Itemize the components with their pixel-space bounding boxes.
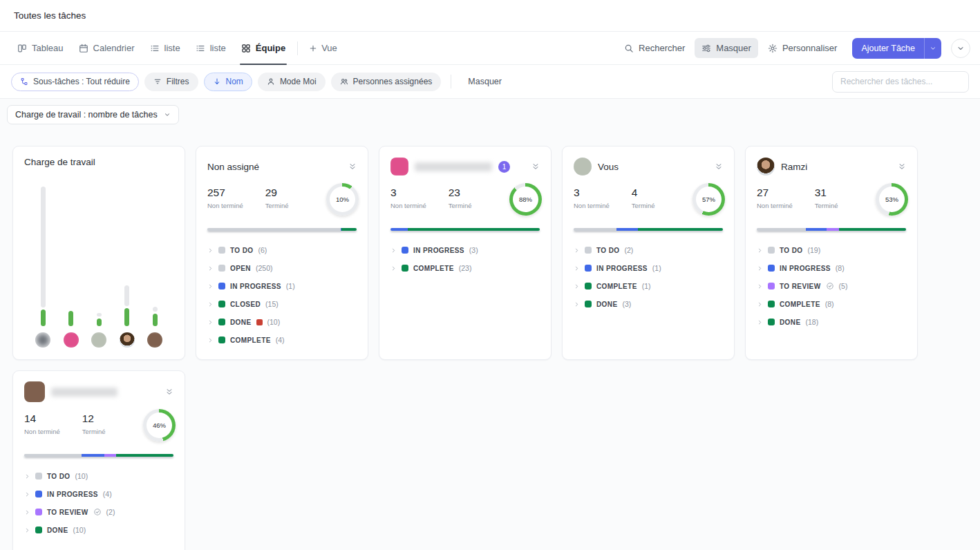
filter-pill-sous-taches-tout-reduire[interactable]: Sous-tâches : Tout réduire: [11, 73, 139, 91]
filter-pill-label: Mode Moi: [280, 77, 317, 86]
member-name-blurred: [415, 162, 492, 171]
view-tabs: TableauCalendrierlistelisteÉquipe: [10, 32, 293, 64]
progress-segment-purple: [827, 228, 840, 231]
status-row-done[interactable]: DONE(3): [574, 295, 723, 313]
tab-liste-2[interactable]: liste: [142, 32, 188, 64]
status-row-to-do[interactable]: TO DO(6): [207, 241, 357, 259]
workload-column-2[interactable]: [64, 311, 79, 348]
collapse-card-button[interactable]: [348, 162, 357, 171]
collapse-card-button[interactable]: [715, 162, 723, 171]
customize-button[interactable]: Personnaliser: [761, 38, 845, 58]
hide-closed-button[interactable]: Masquer: [461, 73, 509, 91]
tab-calendrier-1[interactable]: Calendrier: [71, 32, 142, 64]
status-label: COMPLETE: [413, 265, 454, 272]
search-button[interactable]: Rechercher: [617, 38, 692, 58]
status-count: (18): [806, 318, 819, 326]
status-color-swatch: [768, 265, 775, 272]
status-row-to-do[interactable]: TO DO(10): [24, 467, 173, 485]
stat-label: Non terminé: [574, 202, 610, 209]
status-color-swatch: [218, 247, 225, 254]
status-list: TO DO(2)IN PROGRESS(1)COMPLETE(1)DONE(3): [574, 241, 723, 313]
status-row-done[interactable]: DONE(10): [24, 521, 173, 539]
status-row-closed[interactable]: CLOSED(15): [207, 295, 357, 313]
progress-donut: 57%: [692, 183, 725, 216]
collapse-card-button[interactable]: [898, 162, 906, 171]
collapse-card-button[interactable]: [165, 388, 173, 396]
stat-done: 23Terminé: [449, 187, 472, 218]
member-name: Vous: [598, 162, 619, 172]
status-row-in-progress[interactable]: IN PROGRESS(1): [207, 277, 357, 295]
hide-toolbar-button[interactable]: Masquer: [695, 38, 758, 58]
progress-segment-green: [341, 228, 357, 231]
filter-pill-personnes-assignees[interactable]: Personnes assignées: [331, 73, 442, 91]
task-search-input[interactable]: [832, 71, 969, 93]
tasks-bar: [124, 308, 129, 326]
status-label: DONE: [780, 319, 801, 326]
status-row-in-progress[interactable]: IN PROGRESS(4): [24, 485, 173, 503]
status-row-complete[interactable]: COMPLETE(8): [757, 295, 906, 313]
status-row-to-review[interactable]: TO REVIEW(5): [757, 277, 906, 295]
filter-pill-mode-moi[interactable]: Mode Moi: [258, 73, 326, 91]
status-row-complete[interactable]: COMPLETE(4): [207, 331, 357, 349]
status-count: (4): [103, 490, 112, 498]
filterbar-divider: [451, 75, 451, 88]
status-row-complete[interactable]: COMPLETE(23): [390, 259, 540, 277]
progress-bar: [207, 228, 357, 231]
status-color-swatch: [768, 319, 775, 325]
collapse-header-button[interactable]: [951, 39, 970, 58]
status-count: (2): [106, 508, 115, 516]
filter-pill-nom[interactable]: Nom: [204, 73, 252, 91]
stat-label: Terminé: [632, 202, 655, 209]
stat-value: 4: [632, 187, 655, 199]
workload-column-4[interactable]: [120, 285, 135, 348]
status-row-in-progress[interactable]: IN PROGRESS(3): [390, 241, 540, 259]
stat-not-done: 27Non terminé: [757, 187, 793, 218]
tab-tableau-0[interactable]: Tableau: [10, 32, 71, 64]
progress-donut: 10%: [326, 183, 359, 216]
app: Toutes les tâches TableauCalendrierliste…: [0, 0, 980, 550]
double-chevron-down-icon: [898, 162, 906, 171]
workload-column-5[interactable]: [147, 307, 162, 348]
workload-mode-select[interactable]: Charge de travail : nombre de tâches: [7, 105, 179, 124]
status-label: COMPLETE: [230, 336, 271, 344]
status-label: TO DO: [780, 247, 802, 254]
filter-pill-filtres[interactable]: Filtres: [144, 73, 198, 91]
stat-done: 4Terminé: [632, 187, 655, 218]
stat-not-done: 257Non terminé: [207, 187, 243, 218]
progress-segment-gray: [574, 228, 616, 231]
stat-value: 3: [574, 187, 610, 199]
workload-column-1[interactable]: [35, 187, 50, 348]
status-row-to-do[interactable]: TO DO(19): [757, 241, 906, 259]
stats-row: 3Non terminé4Terminé57%: [574, 187, 723, 218]
avatar-image: [574, 158, 592, 176]
stat-label: Terminé: [815, 202, 838, 209]
tab-equipe-4[interactable]: Équipe: [234, 32, 293, 64]
workload-card-membre-2: 14Non terminé12Terminé46%TO DO(10)IN PRO…: [12, 370, 185, 550]
chevron-right-icon: [24, 527, 30, 533]
status-row-done[interactable]: DONE(18): [757, 313, 906, 331]
status-row-in-progress[interactable]: IN PROGRESS(8): [757, 259, 906, 277]
workload-column-3[interactable]: [91, 313, 106, 348]
tab-liste-3[interactable]: liste: [188, 32, 234, 64]
progress-segment-blue: [82, 454, 104, 457]
status-row-done[interactable]: DONE(10): [207, 313, 357, 331]
chevron-right-icon: [24, 509, 30, 515]
collapse-card-button[interactable]: [531, 162, 540, 171]
card-header: Vous: [574, 157, 723, 176]
chevron-right-icon: [390, 247, 397, 254]
add-task-button[interactable]: Ajouter Tâche: [852, 38, 924, 59]
funnel-icon: [153, 77, 162, 86]
status-row-to-do[interactable]: TO DO(2): [574, 241, 723, 259]
toolbar-actions: Rechercher Masquer Personnaliser Ajouter…: [617, 38, 970, 59]
plus-icon: [309, 44, 317, 53]
chevron-right-icon: [24, 473, 30, 480]
filter-pill-label: Filtres: [167, 77, 189, 86]
add-view-button[interactable]: Vue: [302, 43, 344, 53]
status-row-open[interactable]: OPEN(250): [207, 259, 357, 277]
status-row-in-progress[interactable]: IN PROGRESS(1): [574, 259, 723, 277]
status-row-to-review[interactable]: TO REVIEW(2): [24, 503, 173, 521]
add-task-caret-button[interactable]: [924, 38, 941, 59]
status-color-swatch: [585, 283, 592, 290]
status-row-complete[interactable]: COMPLETE(1): [574, 277, 723, 295]
status-count: (1): [286, 282, 295, 290]
